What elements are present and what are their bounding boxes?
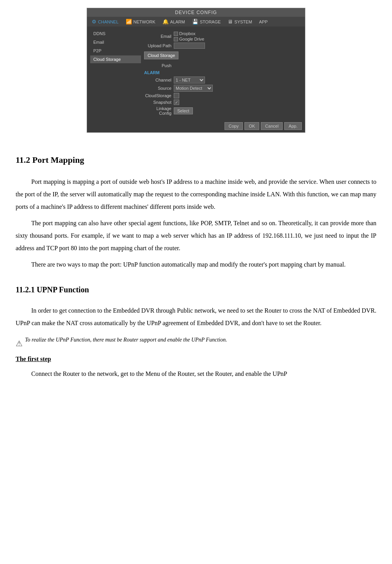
paragraph-3: There are two ways to map the port: UPnP… — [16, 258, 376, 271]
menu-item-cloud-storage[interactable]: Cloud Storage — [90, 55, 141, 63]
device-config-window: DEVICE CONFIG ⚙ CHANNEL 📶 NETWORK 🔔 ALAR… — [87, 8, 305, 133]
channel-row: Channel 1 - NET — [144, 77, 302, 84]
window-title-bar: DEVICE CONFIG — [87, 8, 305, 17]
dropbox-option[interactable]: Dropbox — [174, 31, 204, 36]
section-subheading-upnp: 11.2.1 UPNP Function — [16, 283, 376, 297]
network-icon: 📶 — [126, 19, 132, 25]
push-label: Push — [144, 63, 171, 68]
upnp-paragraph: In order to get connection to the Embedd… — [16, 304, 376, 329]
tab-alarm-label: ALARM — [170, 20, 185, 24]
menu-item-email[interactable]: Email — [90, 38, 141, 46]
googledrive-checkbox[interactable] — [174, 37, 178, 41]
googledrive-option[interactable]: Google Drive — [174, 37, 204, 41]
source-row: Source Motion Detect — [144, 85, 302, 92]
select-button[interactable]: Select — [174, 107, 193, 114]
cloudstorage-checkbox[interactable] — [174, 93, 179, 98]
tab-bar: ⚙ CHANNEL 📶 NETWORK 🔔 ALARM 💾 STORAGE 🖥 … — [87, 17, 305, 27]
tab-system-label: SYSTEM — [234, 20, 252, 24]
section-heading-port-mapping: 11.2 Port Mapping — [16, 152, 376, 168]
dropbox-checkbox[interactable] — [174, 32, 178, 36]
alarm-label: ALARM — [144, 70, 302, 75]
paragraph-2: The port mapping can also have other spe… — [16, 217, 376, 254]
cloud-storage-button[interactable]: Cloud Storage — [144, 52, 178, 59]
upload-path-label: Upload Path — [144, 43, 171, 48]
snapshot-checkbox[interactable]: ✓ — [174, 100, 179, 105]
ok-button[interactable]: OK — [244, 122, 259, 130]
source-select[interactable]: Motion Detect — [174, 85, 213, 92]
menu-item-ddns[interactable]: DDNS — [90, 30, 141, 37]
alarm-section: ALARM Channel 1 - NET Source Motion Dete… — [144, 70, 302, 116]
linkage-config-label: Linkage Config — [144, 106, 171, 116]
first-step-label: The first step — [16, 354, 376, 365]
snapshot-label: Snapshot — [144, 100, 171, 105]
tab-channel[interactable]: ⚙ CHANNEL — [89, 18, 122, 26]
copy-button[interactable]: Copy — [225, 122, 243, 130]
doc-content: 11.2 Port Mapping Port mapping is mappin… — [0, 144, 392, 388]
left-panel: DDNS Email P2P Cloud Storage — [90, 30, 141, 117]
channel-icon: ⚙ — [92, 19, 96, 25]
tab-storage[interactable]: 💾 STORAGE — [189, 18, 224, 26]
channel-select[interactable]: 1 - NET — [174, 77, 205, 84]
dropbox-label: Dropbox — [179, 31, 196, 36]
paragraph-1: Port mapping is mapping a port of outsid… — [16, 176, 376, 213]
cloud-storage-btn-wrapper: Cloud Storage — [144, 52, 302, 62]
connect-paragraph: Connect the Router to the network, get t… — [16, 368, 376, 380]
upload-path-row: Upload Path — [144, 43, 302, 49]
storage-icon: 💾 — [192, 19, 198, 25]
screenshot-area: DEVICE CONFIG ⚙ CHANNEL 📶 NETWORK 🔔 ALAR… — [0, 0, 392, 144]
warning-text: To realize the UPnP Function, there must… — [25, 336, 227, 344]
window-title: DEVICE CONFIG — [175, 10, 217, 15]
alarm-icon: 🔔 — [162, 19, 169, 25]
paragraph-2-text: The port mapping can also have other spe… — [16, 217, 376, 254]
source-label: Source — [144, 86, 171, 91]
email-label: Email — [144, 34, 171, 39]
right-panel: Email Dropbox Google Drive — [144, 30, 302, 117]
upnp-paragraph-text: In order to get connection to the Embedd… — [16, 304, 376, 329]
push-row: Push — [144, 63, 302, 68]
warning-icon: ⚠ — [16, 336, 23, 350]
tab-network-label: NETWORK — [134, 20, 155, 24]
cloudstorage-field-label: CloudStorage — [144, 93, 171, 98]
tab-app[interactable]: APP — [256, 18, 271, 25]
googledrive-label: Google Drive — [179, 37, 204, 41]
linkage-config-row: Linkage Config Select — [144, 106, 302, 116]
system-icon: 🖥 — [228, 19, 233, 25]
content-area: DDNS Email P2P Cloud Storage Email — [87, 27, 305, 120]
channel-field-label: Channel — [144, 78, 171, 82]
email-row: Email Dropbox Google Drive — [144, 31, 302, 41]
bottom-bar: Copy OK Cancel App. — [87, 120, 305, 132]
tab-app-label: APP — [259, 20, 268, 24]
email-section: Email Dropbox Google Drive — [144, 30, 302, 52]
snapshot-row: Snapshot ✓ — [144, 100, 302, 105]
warning-section: ⚠ To realize the UPnP Function, there mu… — [16, 336, 376, 350]
tab-storage-label: STORAGE — [200, 20, 221, 24]
tab-alarm[interactable]: 🔔 ALARM — [159, 18, 188, 26]
tab-channel-label: CHANNEL — [98, 20, 119, 24]
paragraph-3-text: There are two ways to map the port: UPnP… — [16, 258, 376, 271]
paragraph-1-text: Port mapping is mapping a port of outsid… — [16, 176, 376, 213]
tab-system[interactable]: 🖥 SYSTEM — [225, 18, 255, 26]
upload-path-input[interactable] — [174, 43, 205, 49]
app-button[interactable]: App. — [284, 122, 302, 130]
cancel-button[interactable]: Cancel — [261, 122, 283, 130]
tab-network[interactable]: 📶 NETWORK — [123, 18, 159, 26]
cloudstorage-row: CloudStorage — [144, 93, 302, 98]
menu-item-p2p[interactable]: P2P — [90, 47, 141, 55]
